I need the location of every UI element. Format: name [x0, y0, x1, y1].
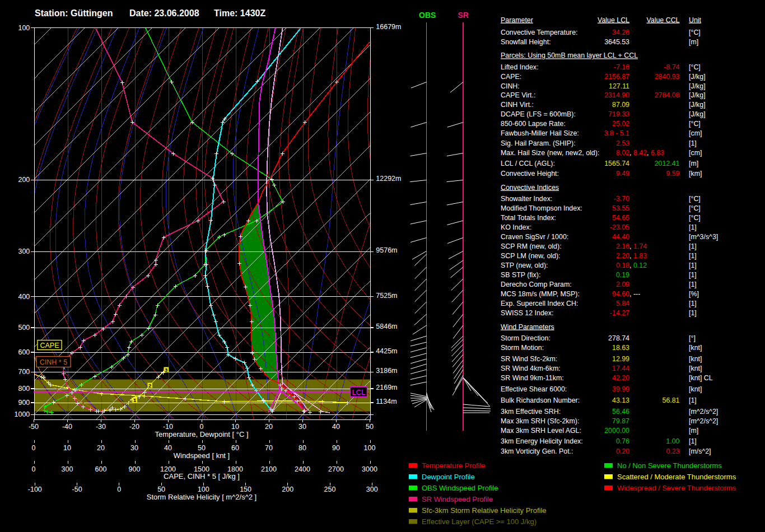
svg-text:200: 200: [282, 486, 293, 493]
svg-text:[1]: [1]: [689, 396, 697, 404]
svg-text:10: 10: [63, 444, 71, 452]
svg-text:Scattered / Moderate Thunderst: Scattered / Moderate Thunderstorms: [617, 473, 736, 481]
svg-text:2.53: 2.53: [616, 139, 629, 147]
svg-text:OBS: OBS: [419, 11, 436, 20]
svg-text:[°C]: [°C]: [689, 63, 701, 71]
svg-text:3km Energy Helicity Index:: 3km Energy Helicity Index:: [501, 437, 583, 445]
svg-text:2: 2: [148, 382, 151, 389]
svg-text:SR Wind 4km-6km:: SR Wind 4km-6km:: [501, 365, 561, 372]
svg-text:LCL: LCL: [352, 388, 366, 396]
svg-text:Value LCL: Value LCL: [598, 16, 629, 24]
svg-text:KO Index:: KO Index:: [501, 223, 531, 231]
svg-text:Bulk Richardson Number:: Bulk Richardson Number:: [501, 396, 580, 404]
svg-text:OBS Windspeed Profile: OBS Windspeed Profile: [422, 484, 498, 492]
svg-text:0: 0: [32, 465, 36, 473]
svg-text:No / Non Severe Thunderstorms: No / Non Severe Thunderstorms: [617, 461, 722, 470]
svg-text:0.20: 0.20: [616, 447, 629, 455]
svg-text:1000: 1000: [14, 410, 30, 418]
svg-text:Fawbush-Miller Hail Size:: Fawbush-Miller Hail Size:: [501, 129, 579, 137]
svg-text:2012.41: 2012.41: [655, 160, 680, 167]
svg-text:2784.08: 2784.08: [655, 91, 680, 99]
svg-text:0.18: 0.18: [616, 262, 629, 269]
svg-text:[1]: [1]: [689, 252, 697, 260]
svg-text:[m]: [m]: [689, 427, 698, 435]
svg-text:[%]: [%]: [689, 290, 699, 298]
svg-text:80: 80: [298, 444, 306, 452]
svg-text:70: 70: [265, 444, 273, 452]
svg-text:100: 100: [18, 24, 30, 32]
svg-text:CINH * 5: CINH * 5: [40, 358, 67, 366]
svg-text:Modified Thompson Index:: Modified Thompson Index:: [501, 204, 582, 212]
svg-text:400: 400: [18, 293, 30, 301]
svg-text:42.20: 42.20: [612, 374, 629, 382]
svg-text:278.74: 278.74: [608, 334, 629, 342]
svg-text:SB STP (fix):: SB STP (fix):: [501, 271, 540, 279]
svg-text:900: 900: [18, 399, 30, 407]
svg-text:Convective Indices: Convective Indices: [501, 184, 559, 192]
svg-text:100: 100: [198, 486, 209, 493]
svg-text:[m]: [m]: [689, 38, 698, 46]
svg-text:79.87: 79.87: [612, 417, 629, 425]
svg-text:[°C]: [°C]: [689, 29, 701, 36]
svg-text:CAPE Virt.:: CAPE Virt.:: [501, 91, 535, 99]
svg-text:[knt] CL: [knt] CL: [689, 374, 713, 382]
svg-text:, 1.83: , 1.83: [629, 252, 647, 260]
svg-text:16679m: 16679m: [376, 23, 401, 31]
svg-text:Wind Parameters: Wind Parameters: [501, 323, 554, 331]
svg-text:3km Vorticity Gen. Pot.:: 3km Vorticity Gen. Pot.:: [501, 447, 573, 455]
svg-text:Date: 23.06.2008: Date: 23.06.2008: [129, 8, 199, 18]
svg-text:-8.74: -8.74: [664, 63, 679, 71]
svg-text:250: 250: [324, 486, 336, 493]
svg-text:2.09: 2.09: [616, 281, 629, 288]
svg-text:17.44: 17.44: [612, 365, 629, 372]
svg-text:Widespread / Severe Thundersto: Widespread / Severe Thunderstorms: [617, 484, 736, 492]
svg-text:CAPE:: CAPE:: [501, 73, 521, 81]
svg-text:-30: -30: [96, 423, 106, 431]
svg-text:STP (new, old):: STP (new, old):: [501, 262, 548, 269]
svg-text:[°C]: [°C]: [689, 195, 701, 203]
svg-text:18.63: 18.63: [612, 344, 629, 352]
svg-text:127.11: 127.11: [609, 82, 629, 90]
svg-text:Effective Shear 6000:: Effective Shear 6000:: [501, 385, 567, 393]
svg-text:50: 50: [198, 444, 206, 452]
svg-text:-100: -100: [28, 486, 42, 493]
svg-text:94.60: 94.60: [612, 290, 629, 298]
svg-text:SCP RM (new, old):: SCP RM (new, old):: [501, 242, 562, 250]
svg-text:2700: 2700: [328, 465, 344, 473]
svg-text:0.76: 0.76: [616, 437, 629, 445]
svg-text:1565.74: 1565.74: [604, 160, 629, 167]
svg-text:[°C]: [°C]: [689, 120, 701, 128]
svg-text:Temperature, Dewpoint [ °C ]: Temperature, Dewpoint [ °C ]: [155, 430, 248, 438]
svg-text:20: 20: [265, 423, 273, 431]
svg-text:2.16: 2.16: [616, 242, 629, 250]
svg-text:10: 10: [231, 423, 239, 431]
svg-text:0: 0: [200, 423, 204, 431]
svg-text:[m^2/s^2]: [m^2/s^2]: [689, 417, 718, 425]
svg-text:SCP LM (new, old):: SCP LM (new, old):: [501, 252, 561, 260]
svg-text:[m^2/s^2]: [m^2/s^2]: [689, 408, 718, 416]
svg-text:Storm Motion:: Storm Motion:: [501, 344, 544, 352]
svg-text:[km]: [km]: [689, 170, 702, 178]
svg-text:500: 500: [18, 324, 30, 332]
svg-text:Lifted Index:: Lifted Index:: [501, 63, 539, 71]
svg-text:56.81: 56.81: [662, 396, 679, 404]
svg-text:0: 0: [32, 444, 36, 452]
svg-text:DCAPE (LFS = 600mB):: DCAPE (LFS = 600mB):: [501, 110, 576, 118]
svg-text:[J/kg]: [J/kg]: [689, 91, 706, 99]
svg-text:[knt]: [knt]: [689, 344, 702, 352]
svg-text:3645.53: 3645.53: [604, 38, 629, 46]
svg-text:53.55: 53.55: [612, 204, 629, 212]
svg-text:54.65: 54.65: [612, 214, 629, 222]
svg-text:[J/kg]: [J/kg]: [689, 101, 706, 109]
svg-text:Temperature Profile: Temperature Profile: [422, 461, 485, 470]
svg-text:150: 150: [240, 486, 251, 493]
svg-text:[1]: [1]: [689, 223, 697, 231]
svg-text:8.02: 8.02: [616, 149, 629, 157]
svg-text:0.23: 0.23: [666, 447, 679, 455]
svg-text:[1]: [1]: [689, 300, 697, 307]
svg-text:43.13: 43.13: [612, 396, 629, 404]
svg-text:300: 300: [366, 486, 378, 493]
svg-text:5846m: 5846m: [376, 323, 397, 330]
svg-text:12292m: 12292m: [376, 175, 401, 183]
svg-text:87.09: 87.09: [612, 101, 629, 109]
